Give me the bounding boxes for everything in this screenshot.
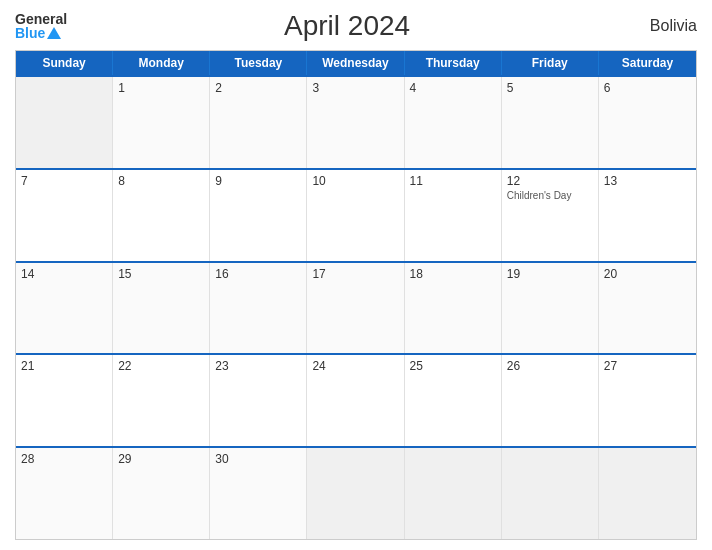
day-number: 1 <box>118 81 204 95</box>
calendar-cell: 3 <box>307 77 404 168</box>
calendar-cell: 9 <box>210 170 307 261</box>
calendar-cell: 19 <box>502 263 599 354</box>
header-tuesday: Tuesday <box>210 51 307 75</box>
calendar-cell: 24 <box>307 355 404 446</box>
calendar-cell: 30 <box>210 448 307 539</box>
header-saturday: Saturday <box>599 51 696 75</box>
calendar-cell: 1 <box>113 77 210 168</box>
day-number: 3 <box>312 81 398 95</box>
day-number: 10 <box>312 174 398 188</box>
calendar-cell: 12Children's Day <box>502 170 599 261</box>
day-number: 18 <box>410 267 496 281</box>
calendar-title: April 2024 <box>284 10 410 42</box>
day-number: 15 <box>118 267 204 281</box>
day-number: 24 <box>312 359 398 373</box>
header-thursday: Thursday <box>405 51 502 75</box>
calendar-week-2: 789101112Children's Day13 <box>16 168 696 261</box>
day-number: 7 <box>21 174 107 188</box>
logo: General Blue <box>15 12 67 40</box>
day-number: 26 <box>507 359 593 373</box>
header-friday: Friday <box>502 51 599 75</box>
day-number: 16 <box>215 267 301 281</box>
day-number: 19 <box>507 267 593 281</box>
header-monday: Monday <box>113 51 210 75</box>
calendar-cell: 25 <box>405 355 502 446</box>
calendar-header-row: Sunday Monday Tuesday Wednesday Thursday… <box>16 51 696 75</box>
calendar-cell: 29 <box>113 448 210 539</box>
calendar-cell <box>405 448 502 539</box>
day-number: 20 <box>604 267 691 281</box>
calendar-cell: 27 <box>599 355 696 446</box>
day-number: 27 <box>604 359 691 373</box>
day-number: 5 <box>507 81 593 95</box>
calendar-page: General Blue April 2024 Bolivia Sunday M… <box>0 0 712 550</box>
day-number: 11 <box>410 174 496 188</box>
calendar-cell: 23 <box>210 355 307 446</box>
calendar-cell <box>502 448 599 539</box>
calendar-cell: 18 <box>405 263 502 354</box>
calendar-cell: 5 <box>502 77 599 168</box>
header-wednesday: Wednesday <box>307 51 404 75</box>
calendar-cell: 20 <box>599 263 696 354</box>
calendar-cell: 26 <box>502 355 599 446</box>
calendar-week-4: 21222324252627 <box>16 353 696 446</box>
calendar-cell: 6 <box>599 77 696 168</box>
day-number: 8 <box>118 174 204 188</box>
day-number: 22 <box>118 359 204 373</box>
day-number: 4 <box>410 81 496 95</box>
calendar-cell: 4 <box>405 77 502 168</box>
header-sunday: Sunday <box>16 51 113 75</box>
calendar-cell: 15 <box>113 263 210 354</box>
logo-blue-text: Blue <box>15 26 67 40</box>
calendar-cell: 21 <box>16 355 113 446</box>
day-number: 12 <box>507 174 593 188</box>
day-number: 29 <box>118 452 204 466</box>
logo-general-text: General <box>15 12 67 26</box>
calendar-cell: 2 <box>210 77 307 168</box>
calendar-cell: 8 <box>113 170 210 261</box>
calendar-cell <box>16 77 113 168</box>
calendar-body: 123456789101112Children's Day13141516171… <box>16 75 696 539</box>
day-number: 14 <box>21 267 107 281</box>
day-number: 13 <box>604 174 691 188</box>
calendar-cell: 13 <box>599 170 696 261</box>
country-label: Bolivia <box>627 17 697 35</box>
calendar-week-1: 123456 <box>16 75 696 168</box>
day-number: 9 <box>215 174 301 188</box>
calendar-cell: 10 <box>307 170 404 261</box>
day-number: 25 <box>410 359 496 373</box>
day-number: 17 <box>312 267 398 281</box>
holiday-label: Children's Day <box>507 190 593 201</box>
logo-triangle-icon <box>47 27 61 39</box>
day-number: 21 <box>21 359 107 373</box>
calendar-cell: 11 <box>405 170 502 261</box>
day-number: 30 <box>215 452 301 466</box>
calendar-cell <box>307 448 404 539</box>
calendar-cell: 7 <box>16 170 113 261</box>
day-number: 28 <box>21 452 107 466</box>
day-number: 2 <box>215 81 301 95</box>
calendar-cell: 28 <box>16 448 113 539</box>
calendar-grid: Sunday Monday Tuesday Wednesday Thursday… <box>15 50 697 540</box>
calendar-header: General Blue April 2024 Bolivia <box>15 10 697 42</box>
calendar-week-3: 14151617181920 <box>16 261 696 354</box>
calendar-cell: 17 <box>307 263 404 354</box>
calendar-cell: 16 <box>210 263 307 354</box>
calendar-cell: 14 <box>16 263 113 354</box>
calendar-cell <box>599 448 696 539</box>
day-number: 6 <box>604 81 691 95</box>
calendar-week-5: 282930 <box>16 446 696 539</box>
day-number: 23 <box>215 359 301 373</box>
calendar-cell: 22 <box>113 355 210 446</box>
